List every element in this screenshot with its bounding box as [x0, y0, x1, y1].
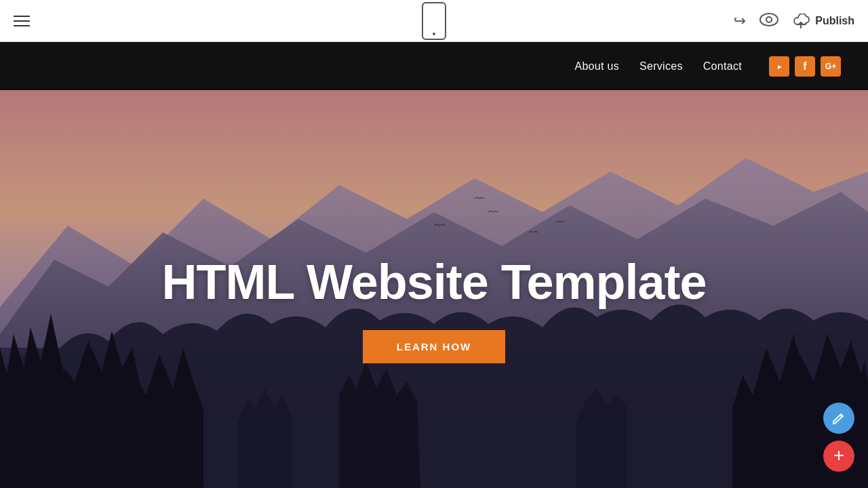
- hero-title: HTML Website Template: [161, 256, 706, 309]
- cloud-upload-icon: [792, 14, 810, 28]
- svg-point-1: [766, 17, 772, 22]
- hamburger-line-1: [14, 16, 30, 17]
- youtube-icon: ▶: [773, 62, 785, 71]
- add-fab-icon: +: [833, 446, 844, 465]
- google-plus-icon: G+: [825, 62, 836, 71]
- add-fab-button[interactable]: +: [823, 441, 854, 472]
- nav-about-us[interactable]: About us: [574, 60, 619, 73]
- learn-how-button[interactable]: LEARN HOW: [363, 330, 506, 363]
- svg-point-0: [760, 14, 778, 26]
- nav-services[interactable]: Services: [639, 60, 683, 73]
- facebook-social-button[interactable]: f: [795, 56, 815, 77]
- preview-button[interactable]: [760, 13, 778, 29]
- site-navbar: About us Services Contact ▶ f G+: [0, 42, 868, 90]
- facebook-icon: f: [803, 60, 806, 73]
- phone-home-indicator: [433, 33, 435, 35]
- nav-contact[interactable]: Contact: [703, 60, 742, 73]
- publish-label: Publish: [815, 15, 854, 27]
- mobile-preview-button[interactable]: [422, 2, 446, 40]
- edit-fab-icon: [831, 411, 846, 426]
- undo-button[interactable]: ↩: [734, 12, 746, 30]
- hero-section: HTML Website Template LEARN HOW: [0, 90, 868, 488]
- toolbar: ↩ Publish: [0, 0, 868, 42]
- hamburger-line-2: [14, 20, 30, 22]
- publish-button[interactable]: Publish: [792, 14, 854, 28]
- hamburger-line-3: [14, 25, 30, 26]
- eye-icon: [760, 13, 778, 26]
- social-icons-group: ▶ f G+: [769, 56, 841, 77]
- hamburger-menu-button[interactable]: [14, 16, 30, 26]
- toolbar-right: ↩ Publish: [734, 12, 854, 30]
- google-social-button[interactable]: G+: [821, 56, 841, 77]
- edit-fab-button[interactable]: [823, 403, 854, 434]
- toolbar-left: [14, 16, 30, 26]
- hero-content: HTML Website Template LEARN HOW: [161, 256, 706, 363]
- youtube-social-button[interactable]: ▶: [769, 56, 789, 77]
- toolbar-center: [422, 2, 446, 40]
